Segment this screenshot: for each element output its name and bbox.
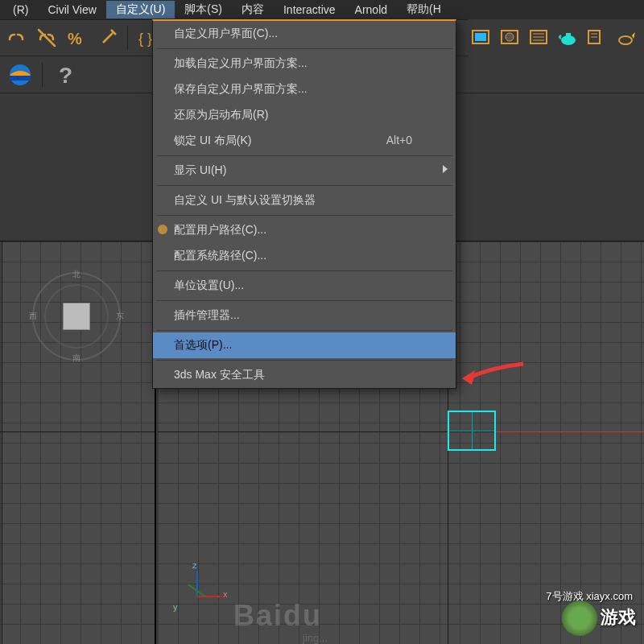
- dd-configure-user-paths[interactable]: 配置用户路径(C)...: [153, 217, 456, 243]
- dd-shortcut: Alt+0: [386, 134, 412, 147]
- svg-rect-8: [566, 33, 571, 36]
- menu-item-help[interactable]: 帮助(H: [397, 1, 451, 19]
- toolbar-right: [469, 19, 644, 56]
- dd-save-ui-scheme[interactable]: 保存自定义用户界面方案...: [153, 76, 456, 102]
- dd-show-ui[interactable]: 显示 UI(H): [153, 158, 456, 184]
- viewcube-south: 南: [72, 353, 80, 364]
- svg-text:%: %: [68, 30, 82, 47]
- gizmo-x-label: x: [223, 589, 228, 599]
- dd-separator: [156, 270, 452, 271]
- svg-point-7: [561, 35, 576, 45]
- menu-item-arnold[interactable]: Arnold: [345, 2, 397, 18]
- dd-separator: [156, 360, 452, 361]
- teapot-quick-icon[interactable]: [613, 25, 639, 51]
- viewcube-east: 东: [116, 311, 124, 322]
- viewcube-north: 北: [72, 269, 80, 280]
- menu-item-content[interactable]: 内容: [232, 1, 274, 19]
- render-panel-icon[interactable]: [584, 25, 610, 51]
- axis-marker: [496, 431, 644, 432]
- dd-separator: [156, 330, 452, 331]
- link-icon[interactable]: [3, 25, 29, 51]
- help-icon[interactable]: ?: [52, 62, 78, 88]
- dd-revert-layout[interactable]: 还原为启动布局(R): [153, 102, 456, 128]
- axis-edge: [2, 242, 2, 644]
- view-cube[interactable]: 北 南 东 西: [32, 272, 121, 361]
- axis-x: [0, 431, 155, 432]
- toolbar-separator: [42, 63, 43, 87]
- teapot-render-icon[interactable]: [555, 25, 581, 51]
- unlink-icon[interactable]: [34, 25, 60, 51]
- dd-configure-system-paths[interactable]: 配置系统路径(C)...: [153, 243, 456, 269]
- svg-rect-3: [475, 33, 486, 41]
- pick-icon[interactable]: [95, 25, 121, 51]
- dd-separator: [156, 300, 452, 301]
- render-region-icon[interactable]: [469, 25, 494, 51]
- dd-separator: [156, 185, 452, 186]
- menu-item-interactive[interactable]: Interactive: [274, 2, 345, 18]
- dd-security-tools[interactable]: 3ds Max 安全工具: [153, 362, 456, 388]
- dd-label: 显示 UI(H): [174, 163, 226, 176]
- axis-gizmo: x y z: [173, 572, 221, 620]
- dd-units-setup[interactable]: 单位设置(U)...: [153, 273, 456, 299]
- watermark-baidu-sub: jing...: [303, 632, 328, 644]
- dd-plugin-manager[interactable]: 插件管理器...: [153, 303, 456, 328]
- dd-separator: [156, 215, 452, 216]
- gizmo-y-label: y: [173, 602, 178, 612]
- dd-load-ui-scheme[interactable]: 加载自定义用户界面方案...: [153, 51, 456, 76]
- menu-item-customize[interactable]: 自定义(U): [106, 1, 175, 19]
- watermark-logo: 游戏: [562, 601, 636, 636]
- menu-item-r[interactable]: (R): [3, 2, 38, 18]
- logo-text: 游戏: [601, 607, 636, 627]
- viewcube-west: 西: [29, 311, 37, 322]
- dd-lock-ui-layout[interactable]: 锁定 UI 布局(K) Alt+0: [153, 128, 456, 154]
- svg-rect-12: [10, 76, 31, 80]
- viewport-object[interactable]: [448, 411, 496, 451]
- submenu-arrow-icon: [443, 165, 448, 173]
- customize-dropdown: 自定义用户界面(C)... 加载自定义用户界面方案... 保存自定义用户界面方案…: [152, 19, 456, 389]
- menubar: (R) Civil View 自定义(U) 脚本(S) 内容 Interacti…: [0, 0, 644, 19]
- render-setup-icon[interactable]: [497, 25, 523, 51]
- dd-label: 锁定 UI 布局(K): [174, 134, 251, 147]
- svg-text:?: ?: [59, 63, 72, 88]
- menu-item-civil-view[interactable]: Civil View: [38, 2, 105, 18]
- percent-icon[interactable]: %: [64, 25, 90, 51]
- menu-item-script[interactable]: 脚本(S): [175, 1, 232, 19]
- toolbar-separator: [127, 26, 128, 50]
- gizmo-z-label: z: [192, 560, 197, 570]
- dd-preferences[interactable]: 首选项(P)...: [153, 332, 456, 358]
- dd-customize-ui[interactable]: 自定义用户界面(C)...: [153, 21, 456, 47]
- dd-separator: [156, 155, 452, 156]
- globe-icon[interactable]: [6, 62, 32, 88]
- dd-separator: [156, 48, 452, 49]
- svg-point-5: [506, 33, 514, 41]
- watermark-baidu: Baidu: [233, 599, 322, 633]
- dd-ui-defaults-switcher[interactable]: 自定义 UI 与默认设置切换器: [153, 188, 456, 213]
- svg-text:{ }: { }: [138, 31, 152, 47]
- render-preset-icon[interactable]: [526, 25, 552, 51]
- svg-point-10: [619, 36, 632, 44]
- logo-badge-icon: [562, 601, 597, 636]
